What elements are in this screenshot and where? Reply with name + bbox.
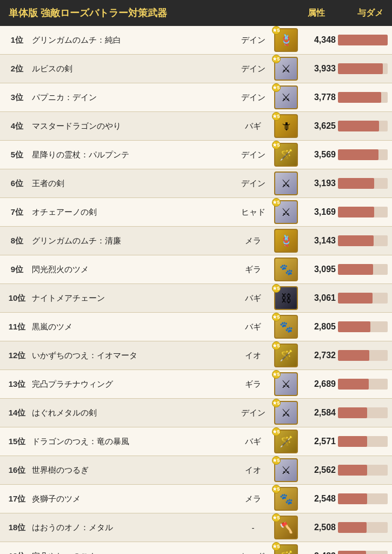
table-row: 10位 ナイトメアチェーン バギ ★5 ⛓ 3,061 <box>0 284 392 313</box>
star-badge: ★5 <box>272 456 281 465</box>
weapon-icon: ★5 🪄 <box>274 544 298 554</box>
rank-cell: 6位 <box>0 179 30 189</box>
bar-fill <box>338 465 367 476</box>
damage-value: 3,061 <box>300 293 338 303</box>
damage-bar-container <box>338 235 392 246</box>
header-columns: 属性 与ダメ <box>308 8 383 19</box>
bar-background <box>338 178 388 189</box>
star-badge: ★5 <box>272 55 281 63</box>
weapon-icon: ★5 🪄 <box>274 143 298 167</box>
weapon-name: はおうのオノ：メタル <box>30 523 234 533</box>
bar-background <box>338 522 388 533</box>
bar-fill <box>338 407 367 418</box>
bar-background <box>338 92 388 103</box>
damage-value: 3,193 <box>300 179 338 188</box>
weapon-icon: ★5 ⛓ <box>274 286 298 310</box>
attr-cell: デイン <box>234 150 272 160</box>
bar-fill <box>338 379 369 390</box>
attr-cell: デイン <box>234 408 272 418</box>
weapon-name: パプニカ：デイン <box>30 93 234 103</box>
weapon-name: グリンガムのムチ：純白 <box>30 35 234 45</box>
star-badge: ★5 <box>272 26 281 35</box>
bar-background <box>338 235 388 246</box>
damage-bar-container <box>338 178 392 189</box>
main-container: 単体版 強敵ローズバトラー対策武器 属性 与ダメ 1位 グリンガムのムチ：純白 … <box>0 0 392 554</box>
star-badge: ★5 <box>272 341 281 350</box>
star-badge: ★5 <box>272 112 281 121</box>
weapon-emoji: 🪄 <box>280 550 293 554</box>
bar-fill <box>338 350 369 361</box>
attr-cell: デイン <box>234 93 272 103</box>
table-row: 12位 いかずちのつえ：イオマータ イオ ★5 🪄 2,732 <box>0 341 392 370</box>
star-badge: ★5 <box>272 313 281 321</box>
table-row: 17位 炎獅子のツメ メラ ★5 🐾 2,548 <box>0 485 392 513</box>
damage-value: 2,571 <box>300 437 338 446</box>
weapon-name: 世界樹のつるぎ <box>30 465 234 476</box>
bar-background <box>338 207 388 217</box>
rank-cell: 16位 <box>0 465 30 476</box>
weapon-emoji: ⚔ <box>281 206 291 219</box>
attr-cell: デイン <box>234 35 272 45</box>
bar-background <box>338 407 388 418</box>
rank-cell: 17位 <box>0 494 30 504</box>
table-row: 15位 ドラゴンのつえ：竜の暴風 バギ ★5 🪄 2,571 <box>0 427 392 456</box>
star-badge: ★5 <box>272 141 281 149</box>
icon-cell: ★5 🐾 <box>272 315 300 339</box>
damage-value: 2,483 <box>300 551 338 554</box>
icon-cell: ⚔ <box>272 172 300 195</box>
table-row: 9位 閃光烈火のツメ ギラ 🐾 3,095 <box>0 255 392 284</box>
damage-bar-container <box>338 407 392 418</box>
attr-cell: バギ <box>234 322 272 332</box>
rank-cell: 12位 <box>0 351 30 361</box>
rank-cell: 3位 <box>0 93 30 103</box>
damage-value: 4,348 <box>300 35 338 45</box>
bar-background <box>338 350 388 361</box>
star-badge: ★5 <box>272 370 281 379</box>
weapon-icon: ★5 🐾 <box>274 487 298 511</box>
table-row: 13位 完凸プラチナウィング ギラ ★5 ⚔ 2,689 <box>0 370 392 399</box>
bar-fill <box>338 551 366 554</box>
attr-cell: イオ <box>234 351 272 361</box>
damage-bar-container <box>338 522 392 533</box>
icon-cell: ★5 ⚔ <box>272 85 300 109</box>
bar-fill <box>338 235 374 246</box>
icon-cell: ★5 ⚔ <box>272 372 300 396</box>
weapon-icon: ★5 ⚔ <box>274 458 298 482</box>
weapon-emoji: 🐾 <box>280 492 293 505</box>
rank-cell: 1位 <box>0 35 30 45</box>
icon-cell: ★5 ⛓ <box>272 286 300 310</box>
rank-cell: 15位 <box>0 437 30 447</box>
attr-cell: メラ <box>234 236 272 246</box>
icon-cell: ★5 🪢 <box>272 28 300 52</box>
attr-cell: - <box>234 523 272 532</box>
attr-cell: デイン <box>234 179 272 189</box>
damage-value: 2,508 <box>300 523 338 532</box>
weapon-name: 閃光烈火のツメ <box>30 265 234 275</box>
attr-cell: バギ <box>234 437 272 447</box>
weapon-name: マスタードラゴンのやり <box>30 121 234 131</box>
bar-background <box>338 149 388 160</box>
table-row: 14位 はぐれメタルの剣 デイン ★5 ⚔ 2,584 <box>0 399 392 427</box>
bar-fill <box>338 63 383 74</box>
weapon-emoji: 🐾 <box>280 320 293 333</box>
weapon-icon: ★5 ⚔ <box>274 372 298 396</box>
weapon-icon: 🪢 <box>274 229 298 253</box>
damage-bar-container <box>338 379 392 390</box>
table-row: 18位 はおうのオノ：メタル - ★5 🪓 2,508 <box>0 513 392 542</box>
weapon-emoji: ⚔ <box>281 177 291 190</box>
weapon-name: ルビスの剣 <box>30 64 234 74</box>
icon-cell: ★5 ⚔ <box>272 458 300 482</box>
bar-background <box>338 264 388 275</box>
table-row: 4位 マスタードラゴンのやり バギ ★5 🗡 3,625 <box>0 112 392 141</box>
icon-cell: ★5 🪄 <box>272 143 300 167</box>
table-row: 2位 ルビスの剣 デイン ★5 ⚔ 3,933 <box>0 55 392 83</box>
bar-background <box>338 63 388 74</box>
table-row: 7位 オチェアーノの剣 ヒャド ★5 ⚔ 3,169 <box>0 198 392 227</box>
damage-bar-container <box>338 551 392 554</box>
icon-cell: ★5 🪓 <box>272 516 300 539</box>
icon-cell: ★5 🪄 <box>272 544 300 554</box>
weapon-emoji: ⛓ <box>281 292 291 305</box>
bar-fill <box>338 149 378 160</box>
bar-background <box>338 35 388 45</box>
weapon-name: グリンガムのムチ：清廉 <box>30 236 234 246</box>
